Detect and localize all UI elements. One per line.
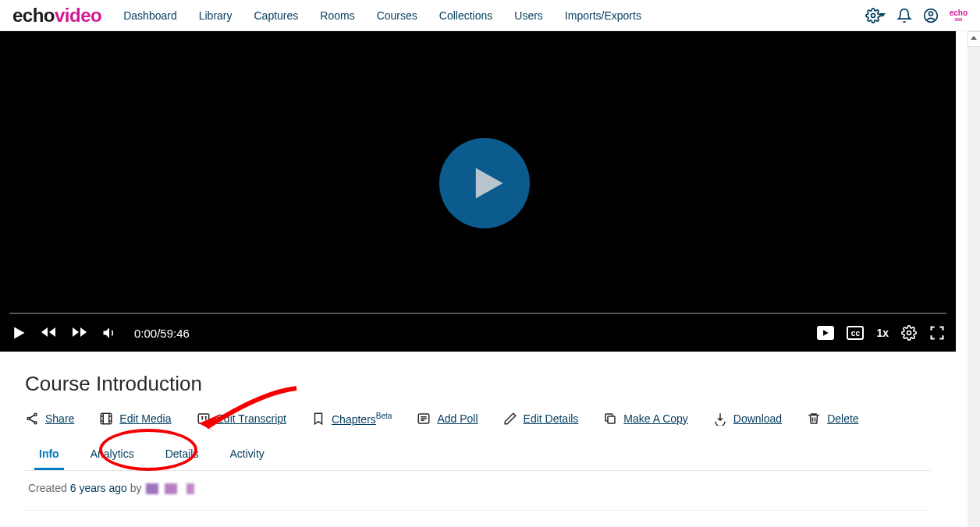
play-icon bbox=[467, 163, 508, 203]
download-action[interactable]: Download bbox=[713, 412, 782, 426]
brand-mini-sub: 360 bbox=[950, 17, 968, 22]
bell-icon[interactable] bbox=[897, 8, 912, 23]
edit-transcript-action[interactable]: Edit Transcript bbox=[197, 412, 286, 426]
film-icon bbox=[99, 412, 113, 426]
svg-point-6 bbox=[34, 422, 37, 424]
logo-part1: echo bbox=[12, 5, 55, 26]
nav-imports-exports[interactable]: Imports/Exports bbox=[562, 8, 644, 23]
created-prefix: Created bbox=[28, 482, 70, 494]
chapters-action[interactable]: ChaptersBeta bbox=[311, 412, 392, 426]
header-icons: echo 360 bbox=[865, 8, 968, 23]
created-by: by bbox=[127, 482, 145, 494]
big-play-button[interactable] bbox=[439, 138, 530, 228]
content-area: 0:00/59:46 cc 1x Course Introduction Sha… bbox=[0, 31, 980, 527]
scrollbar[interactable] bbox=[968, 31, 980, 527]
main-nav: Dashboard Library Captures Rooms Courses… bbox=[120, 8, 865, 23]
svg-point-2 bbox=[929, 12, 932, 16]
svg-rect-8 bbox=[198, 414, 209, 423]
nav-rooms[interactable]: Rooms bbox=[317, 8, 357, 23]
bookmark-icon bbox=[311, 412, 325, 426]
svg-point-0 bbox=[871, 13, 875, 17]
fullscreen-icon[interactable] bbox=[929, 325, 945, 341]
skip-back-icon[interactable] bbox=[39, 323, 58, 341]
svg-point-3 bbox=[907, 331, 911, 335]
detail-tabs: Info Analytics Details Activity bbox=[25, 443, 931, 471]
media-title: Course Introduction bbox=[25, 372, 931, 396]
edit-details-label: Edit Details bbox=[524, 412, 579, 425]
gear-icon bbox=[865, 8, 881, 23]
download-label: Download bbox=[733, 412, 782, 425]
nav-collections[interactable]: Collections bbox=[436, 8, 495, 23]
scroll-up-icon bbox=[971, 36, 977, 40]
edit-media-action[interactable]: Edit Media bbox=[99, 412, 171, 426]
edit-details-action[interactable]: Edit Details bbox=[503, 412, 579, 426]
svg-point-4 bbox=[34, 413, 37, 416]
brand-mini-main: echo bbox=[950, 9, 968, 17]
author-redacted bbox=[146, 483, 208, 494]
skip-forward-icon[interactable] bbox=[70, 323, 89, 341]
quote-icon bbox=[197, 412, 211, 426]
nav-users[interactable]: Users bbox=[511, 8, 546, 23]
picture-in-picture-icon[interactable] bbox=[817, 326, 834, 340]
settings-dropdown[interactable] bbox=[865, 8, 886, 23]
svg-rect-7 bbox=[101, 413, 112, 424]
trash-icon bbox=[807, 412, 821, 426]
delete-action[interactable]: Delete bbox=[807, 412, 858, 426]
play-small-icon[interactable] bbox=[11, 325, 27, 341]
tab-activity[interactable]: Activity bbox=[225, 443, 268, 470]
tab-info[interactable]: Info bbox=[34, 443, 64, 470]
list-icon bbox=[417, 412, 431, 426]
copy-icon bbox=[603, 412, 617, 426]
brand-mini[interactable]: echo 360 bbox=[950, 9, 968, 22]
chevron-down-icon bbox=[879, 13, 886, 17]
download-icon bbox=[713, 412, 727, 426]
nav-library[interactable]: Library bbox=[196, 8, 236, 23]
tab-details[interactable]: Details bbox=[161, 443, 204, 470]
make-copy-label: Make A Copy bbox=[623, 412, 688, 425]
playback-speed[interactable]: 1x bbox=[876, 327, 889, 339]
player-gear-icon[interactable] bbox=[901, 325, 917, 341]
player-controls: 0:00/59:46 cc 1x bbox=[0, 314, 956, 352]
share-label: Share bbox=[45, 412, 74, 425]
delete-label: Delete bbox=[827, 412, 858, 425]
media-actions: Share Edit Media Edit Transcript Chapter… bbox=[25, 412, 931, 426]
share-action[interactable]: Share bbox=[25, 412, 74, 426]
edit-media-label: Edit Media bbox=[119, 412, 171, 425]
nav-dashboard[interactable]: Dashboard bbox=[120, 8, 180, 23]
logo-part2: video bbox=[55, 5, 101, 26]
svg-rect-10 bbox=[608, 416, 615, 423]
time-display: 0:00/59:46 bbox=[134, 327, 190, 340]
add-poll-label: Add Poll bbox=[437, 412, 478, 425]
make-copy-action[interactable]: Make A Copy bbox=[603, 412, 688, 426]
volume-icon[interactable] bbox=[101, 325, 117, 341]
created-ago: 6 years ago bbox=[70, 482, 127, 494]
top-header: echovideo Dashboard Library Captures Roo… bbox=[0, 0, 980, 31]
add-poll-action[interactable]: Add Poll bbox=[417, 412, 478, 426]
svg-point-5 bbox=[27, 418, 30, 420]
chapters-label: ChaptersBeta bbox=[332, 412, 392, 426]
share-icon bbox=[25, 412, 39, 426]
captions-button[interactable]: cc bbox=[847, 326, 864, 340]
logo[interactable]: echovideo bbox=[12, 5, 101, 27]
pencil-icon bbox=[503, 412, 517, 426]
separator bbox=[25, 510, 931, 511]
tab-analytics[interactable]: Analytics bbox=[86, 443, 139, 470]
edit-transcript-label: Edit Transcript bbox=[217, 412, 286, 425]
created-info: Created 6 years ago by bbox=[25, 471, 931, 505]
user-circle-icon[interactable] bbox=[923, 8, 939, 23]
nav-courses[interactable]: Courses bbox=[374, 8, 421, 23]
media-meta: Course Introduction Share Edit Media Edi… bbox=[0, 352, 956, 511]
video-player: 0:00/59:46 cc 1x bbox=[0, 31, 956, 352]
nav-captures[interactable]: Captures bbox=[251, 8, 302, 23]
